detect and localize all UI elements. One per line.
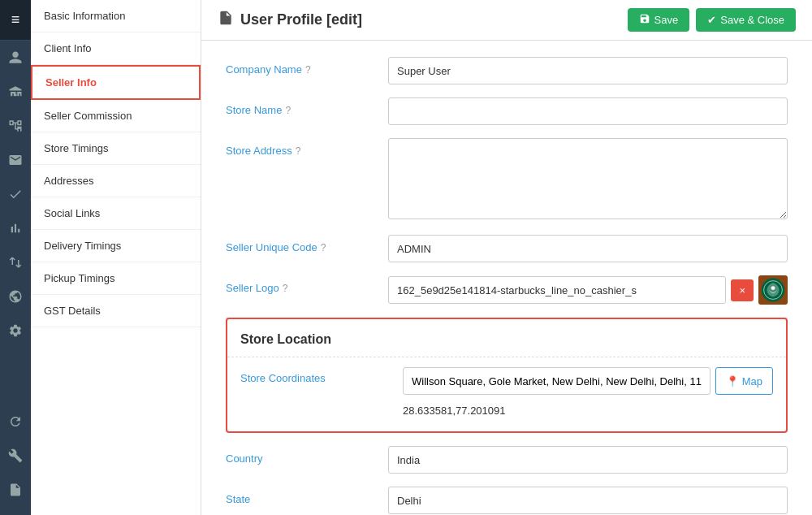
country-input[interactable] <box>388 446 788 474</box>
sidebar-item-social-links[interactable]: Social Links <box>31 197 201 230</box>
company-name-input[interactable] <box>388 57 788 84</box>
store-name-input[interactable] <box>388 97 788 125</box>
sidebar-item-pickup-timings[interactable]: Pickup Timings <box>31 262 201 295</box>
company-name-field <box>388 57 788 84</box>
store-coordinates-address-input[interactable] <box>403 367 710 395</box>
icon-bar: ≡ <box>0 0 31 515</box>
sidebar-item-seller-commission[interactable]: Seller Commission <box>31 100 201 132</box>
check-icon: ✔ <box>707 14 716 26</box>
nav-icon-hierarchy[interactable] <box>0 109 31 143</box>
store-coordinates-latlong: 28.633581,77.201091 <box>403 400 773 422</box>
save-close-button[interactable]: ✔ Save & Close <box>696 8 796 32</box>
sidebar: Basic Information Client Info Seller Inf… <box>31 0 201 515</box>
store-address-field <box>388 138 788 222</box>
company-name-help-icon[interactable]: ? <box>305 64 311 76</box>
nav-icon-chart[interactable] <box>0 211 31 245</box>
sidebar-item-client-info[interactable]: Client Info <box>31 32 201 65</box>
sidebar-item-store-timings[interactable]: Store Timings <box>31 132 201 165</box>
nav-icon-store[interactable] <box>0 75 31 109</box>
app-logo-icon: ≡ <box>11 11 20 28</box>
sidebar-item-basic-information[interactable]: Basic Information <box>31 0 201 32</box>
sidebar-item-addresses[interactable]: Addresses <box>31 165 201 197</box>
store-name-help-icon[interactable]: ? <box>285 105 291 116</box>
sidebar-item-seller-info[interactable]: Seller Info <box>31 65 201 100</box>
store-name-label: Store Name ? <box>226 97 388 116</box>
nav-icon-user[interactable] <box>0 41 31 75</box>
state-label: State <box>226 487 388 505</box>
nav-icon-check[interactable] <box>0 177 31 211</box>
app-logo-area: ≡ <box>0 0 31 41</box>
country-label: Country <box>226 446 388 465</box>
form-content: Company Name ? Store Name ? Store Addres… <box>201 41 812 515</box>
sidebar-item-gst-details[interactable]: GST Details <box>31 295 201 327</box>
nav-icon-globe[interactable] <box>0 279 31 314</box>
nav-icon-mail[interactable] <box>0 143 31 177</box>
store-location-section: Store Location Store Coordinates 📍 Map <box>226 318 788 433</box>
seller-unique-code-field <box>388 235 788 262</box>
save-icon <box>639 13 650 27</box>
country-row: Country <box>226 446 788 474</box>
header: User Profile [edit] Save ✔ Save & Close <box>201 0 812 41</box>
store-name-field <box>388 97 788 125</box>
seller-logo-label: Seller Logo ? <box>226 275 388 294</box>
nav-icon-refresh[interactable] <box>0 405 31 439</box>
store-address-row: Store Address ? <box>226 138 788 222</box>
nav-icon-doc[interactable] <box>0 473 31 507</box>
nav-icon-transfer[interactable] <box>0 245 31 279</box>
seller-unique-code-help-icon[interactable]: ? <box>321 242 326 253</box>
seller-logo-row: Seller Logo ? × <box>226 275 788 305</box>
file-icon <box>218 10 234 30</box>
nav-icon-gear[interactable] <box>0 314 31 348</box>
seller-logo-field: × <box>388 275 788 305</box>
header-actions: Save ✔ Save & Close <box>628 8 796 32</box>
seller-unique-code-input[interactable] <box>388 235 788 262</box>
save-button[interactable]: Save <box>628 8 690 32</box>
store-address-input[interactable] <box>388 138 788 219</box>
seller-unique-code-row: Seller Unique Code ? <box>226 235 788 262</box>
page-title: User Profile [edit] <box>218 10 362 30</box>
store-address-help-icon[interactable]: ? <box>296 145 301 157</box>
store-location-title: Store Location <box>227 332 786 357</box>
logo-thumbnail <box>758 275 788 305</box>
remove-logo-button[interactable]: × <box>731 279 754 301</box>
store-address-label: Store Address ? <box>226 138 388 157</box>
state-row: State <box>226 487 788 514</box>
store-coordinates-label: Store Coordinates <box>240 367 403 384</box>
main-content: User Profile [edit] Save ✔ Save & Close … <box>201 0 812 515</box>
seller-logo-help-icon[interactable]: ? <box>283 283 288 294</box>
seller-logo-input[interactable] <box>388 276 726 304</box>
seller-unique-code-label: Seller Unique Code ? <box>226 235 388 253</box>
country-field <box>388 446 788 474</box>
sidebar-item-delivery-timings[interactable]: Delivery Timings <box>31 230 201 262</box>
svg-point-2 <box>771 286 775 290</box>
company-name-label: Company Name ? <box>226 57 388 76</box>
store-coordinates-field: 📍 Map 28.633581,77.201091 <box>403 367 773 422</box>
state-field <box>388 487 788 514</box>
nav-icon-wrench[interactable] <box>0 439 31 473</box>
map-pin-icon: 📍 <box>726 375 739 387</box>
store-name-row: Store Name ? <box>226 97 788 125</box>
store-coordinates-row: Store Coordinates 📍 Map 28.633581,77.201… <box>227 357 786 431</box>
map-button[interactable]: 📍 Map <box>715 367 773 395</box>
state-input[interactable] <box>388 487 788 514</box>
company-name-row: Company Name ? <box>226 57 788 84</box>
